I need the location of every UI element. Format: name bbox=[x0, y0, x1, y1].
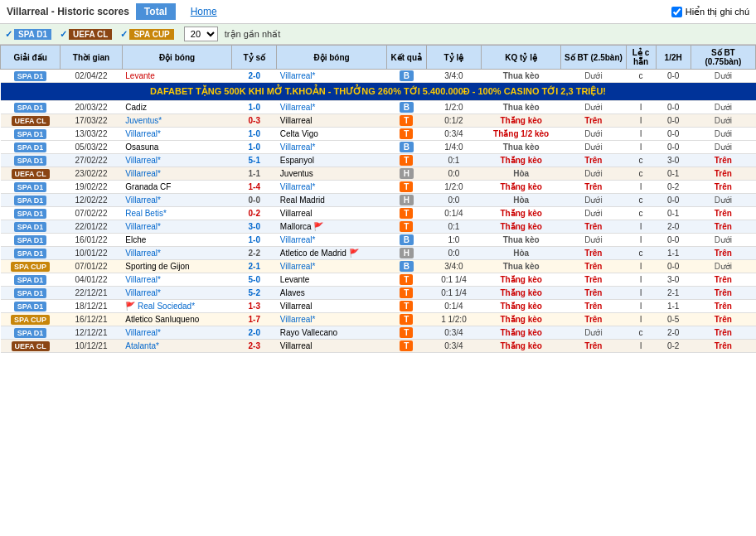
over-under-075: Dưới bbox=[691, 128, 755, 141]
col-kqtyle: KQ tỷ lệ bbox=[482, 46, 561, 70]
odds-ratio: 1 1/2:0 bbox=[426, 313, 481, 326]
match-date: 18/12/21 bbox=[61, 300, 123, 313]
match-count-select[interactable]: 10 20 30 50 bbox=[184, 27, 218, 41]
spa-cup-badge[interactable]: SPA CUP bbox=[129, 29, 173, 40]
odd-even: I bbox=[626, 260, 656, 273]
odds-ratio: 0:0 bbox=[426, 194, 481, 207]
odds-result: Thắng kèo bbox=[482, 340, 561, 353]
team1-name: Villarreal* bbox=[122, 326, 231, 340]
odds-ratio: 0:1/2 bbox=[426, 114, 481, 128]
over-under-25: Dưới bbox=[561, 141, 626, 154]
odds-result: Thắng kèo bbox=[482, 300, 561, 313]
over-under-075: Trên bbox=[691, 167, 755, 181]
team1-name: Villarreal* bbox=[122, 220, 231, 234]
match-score: 1-0 bbox=[232, 128, 277, 141]
match-score: 2-2 bbox=[232, 247, 277, 260]
team2-name: Villarreal* bbox=[277, 313, 386, 326]
league-badge: SPA D1 bbox=[1, 234, 61, 247]
team1-name: Atletico Sanluqueno bbox=[122, 313, 231, 326]
match-date: 10/12/21 bbox=[61, 340, 123, 353]
over-under-25: Dưới bbox=[561, 101, 626, 114]
odd-even: I bbox=[626, 101, 656, 114]
team2-name: Villarreal* bbox=[277, 101, 386, 114]
team2-name: Espanyol bbox=[277, 154, 386, 167]
odds-result: Thắng kèo bbox=[482, 154, 561, 167]
match-score: 3-0 bbox=[232, 220, 277, 234]
odds-result: Thua kèo bbox=[482, 141, 561, 154]
result-badge: B bbox=[386, 260, 426, 273]
over-under-075: Trên bbox=[691, 340, 755, 353]
odd-even: I bbox=[626, 181, 656, 194]
result-badge: T bbox=[386, 300, 426, 313]
league-badge: SPA D1 bbox=[1, 220, 61, 234]
over-under-25: Trên bbox=[561, 313, 626, 326]
odd-even: I bbox=[626, 273, 656, 287]
tab-home[interactable]: Home bbox=[182, 3, 225, 20]
over-under-25: Trên bbox=[561, 340, 626, 353]
odds-ratio: 1/2:0 bbox=[426, 181, 481, 194]
match-score: 1-4 bbox=[232, 181, 277, 194]
col-thoigian: Thời gian bbox=[61, 46, 123, 70]
over-under-075: Trên bbox=[691, 326, 755, 340]
odd-even: c bbox=[626, 247, 656, 260]
halftime-score: 0-0 bbox=[656, 194, 691, 207]
halftime-score: 2-0 bbox=[656, 326, 691, 340]
uefa-cl-filter: ✓ UEFA CL bbox=[60, 29, 112, 40]
result-badge: T bbox=[386, 154, 426, 167]
league-badge: SPA D1 bbox=[1, 181, 61, 194]
over-under-25: Dưới bbox=[561, 326, 626, 340]
odds-ratio: 0:1 1/4 bbox=[426, 273, 481, 287]
col-tyleso: Tỷ số bbox=[232, 46, 277, 70]
league-badge: SPA D1 bbox=[1, 101, 61, 114]
legend-toggle[interactable] bbox=[671, 7, 682, 17]
halftime-score: 0-0 bbox=[656, 70, 691, 83]
odds-result: Hòa bbox=[482, 194, 561, 207]
over-under-25: Trên bbox=[561, 114, 626, 128]
odd-even: c bbox=[626, 207, 656, 220]
odd-even: c bbox=[626, 167, 656, 181]
match-date: 07/01/22 bbox=[61, 260, 123, 273]
over-under-075: Trên bbox=[691, 247, 755, 260]
team1-name: 🚩 Real Sociedad* bbox=[122, 300, 231, 313]
odds-ratio: 1/4:0 bbox=[426, 141, 481, 154]
over-under-25: Trên bbox=[561, 260, 626, 273]
table-row: SPA D1 20/03/22 Cadiz 1-0 Villarreal* B … bbox=[1, 101, 756, 114]
col-tyle: Tỷ lệ bbox=[426, 46, 481, 70]
col-sobt075: Số BT (0.75bàn) bbox=[691, 46, 755, 70]
odds-result: Thắng kèo bbox=[482, 326, 561, 340]
team1-name: Villarreal* bbox=[122, 167, 231, 181]
team1-name: Villarreal* bbox=[122, 128, 231, 141]
team1-name: Villarreal* bbox=[122, 287, 231, 300]
match-date: 23/02/22 bbox=[61, 167, 123, 181]
odds-result: Thắng kèo bbox=[482, 220, 561, 234]
result-badge: T bbox=[386, 114, 426, 128]
promo-row[interactable]: DAFABET TẶNG 500K KHI MỞ T.KHOẢN - THƯỞN… bbox=[1, 83, 756, 101]
match-date: 16/01/22 bbox=[61, 234, 123, 247]
halftime-score: 0-0 bbox=[656, 114, 691, 128]
over-under-075: Trên bbox=[691, 154, 755, 167]
league-badge: UEFA CL bbox=[1, 340, 61, 353]
table-row: SPA D1 04/01/22 Villarreal* 5-0 Levante … bbox=[1, 273, 756, 287]
spa-d1-checkmark: ✓ bbox=[5, 29, 12, 40]
uefa-cl-badge[interactable]: UEFA CL bbox=[69, 29, 112, 40]
over-under-25: Dưới bbox=[561, 234, 626, 247]
team2-name: Villarreal* bbox=[277, 234, 386, 247]
over-under-075: Dưới bbox=[691, 141, 755, 154]
result-badge: H bbox=[386, 167, 426, 181]
team2-name: Villarreal bbox=[277, 207, 386, 220]
tab-total[interactable]: Total bbox=[136, 3, 176, 20]
match-score: 5-1 bbox=[232, 154, 277, 167]
odds-ratio: 0:1 1/4 bbox=[426, 287, 481, 300]
team1-name: Villarreal* bbox=[122, 247, 231, 260]
result-badge: B bbox=[386, 141, 426, 154]
spa-d1-badge[interactable]: SPA D1 bbox=[14, 29, 51, 40]
match-score: 1-3 bbox=[232, 300, 277, 313]
halftime-score: 3-0 bbox=[656, 273, 691, 287]
table-row: UEFA CL 23/02/22 Villarreal* 1-1 Juventu… bbox=[1, 167, 756, 181]
col-doibong2: Đội bóng bbox=[277, 46, 386, 70]
halftime-score: 0-0 bbox=[656, 128, 691, 141]
odds-ratio: 1:0 bbox=[426, 234, 481, 247]
col-ketqua: Kết quả bbox=[386, 46, 426, 70]
over-under-25: Trên bbox=[561, 154, 626, 167]
over-under-25: Trên bbox=[561, 300, 626, 313]
